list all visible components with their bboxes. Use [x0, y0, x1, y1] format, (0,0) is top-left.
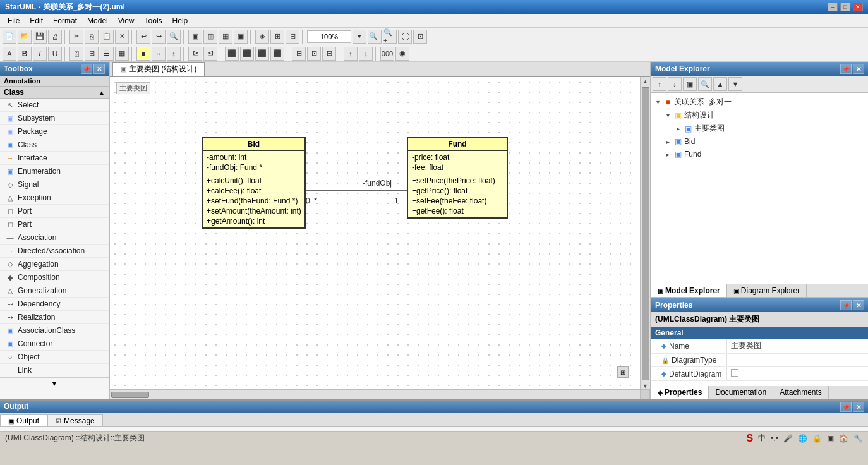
- tb-b4[interactable]: ▣: [234, 30, 248, 44]
- tb-b5[interactable]: ◈: [255, 30, 269, 44]
- root-expand[interactable]: ▾: [654, 99, 661, 106]
- structural-expand[interactable]: ▾: [664, 112, 672, 119]
- toolbox-close[interactable]: ✕: [93, 64, 105, 74]
- canvas-tab-main[interactable]: ▣ 主要类图 (结构设计): [112, 62, 205, 76]
- tree-maindiagram[interactable]: ▸ ▣ 主要类图: [654, 122, 865, 135]
- toolbox-item-composition[interactable]: ◆ Composition: [0, 271, 109, 284]
- bid-expand[interactable]: ▸: [664, 138, 672, 145]
- me-search[interactable]: 🔍: [698, 77, 712, 91]
- canvas-scrollbar-v[interactable]: ▲ ▼: [640, 77, 650, 389]
- tb2-b1[interactable]: A: [3, 47, 16, 61]
- props-row-diagramtype[interactable]: 🔒 DiagramType: [651, 354, 868, 367]
- toolbox-item-interface[interactable]: → Interface: [0, 152, 109, 165]
- me-close[interactable]: ✕: [853, 64, 864, 74]
- menu-help[interactable]: Help: [167, 15, 193, 27]
- fund-class[interactable]: Fund -price: float -fee: float +setPrice…: [407, 137, 508, 219]
- paste-button[interactable]: 📋: [100, 30, 114, 44]
- canvas-scrollbar-h[interactable]: [110, 389, 640, 399]
- me-up[interactable]: ▲: [713, 77, 727, 91]
- tb2-b19[interactable]: ⊟: [322, 47, 336, 61]
- copy-button[interactable]: ⎘: [85, 30, 99, 44]
- props-tab-properties[interactable]: ◈ Properties: [651, 386, 709, 399]
- tb2-b2[interactable]: B: [18, 47, 32, 61]
- props-row-name[interactable]: ◆ Name 主要类图: [651, 339, 868, 354]
- tb2-b6[interactable]: ⊞: [85, 47, 99, 61]
- tb-b3[interactable]: ▦: [219, 30, 232, 44]
- menu-format[interactable]: Format: [48, 15, 82, 27]
- props-tab-attachments[interactable]: Attachments: [773, 386, 829, 399]
- maximize-button[interactable]: □: [840, 3, 850, 11]
- tb-b1[interactable]: ▣: [188, 30, 202, 44]
- fit-button[interactable]: ⛶: [398, 30, 412, 44]
- tree-structural[interactable]: ▾ ▣ 结构设计: [654, 109, 865, 122]
- zoom-input[interactable]: 100%: [307, 30, 351, 43]
- scroll-up-arrow[interactable]: ▲: [642, 78, 648, 85]
- output-pin[interactable]: 📌: [840, 402, 852, 412]
- toolbox-item-association[interactable]: — Association: [0, 231, 109, 245]
- menu-model[interactable]: Model: [82, 15, 113, 27]
- toolbox-item-signal[interactable]: ◇ Signal: [0, 178, 109, 191]
- tb2-b12[interactable]: ⊴: [203, 47, 217, 61]
- output-tab-output[interactable]: ▣ Output: [0, 414, 47, 426]
- fund-expand[interactable]: ▸: [664, 151, 672, 158]
- canvas-content[interactable]: 主要类图 -fundObj 0..* 1 Bid -amount: int: [110, 77, 640, 389]
- open-button[interactable]: 📂: [18, 30, 32, 44]
- tree-root[interactable]: ▾ ■ 关联关系_多对一: [654, 95, 865, 109]
- toolbox-item-part[interactable]: ◻ Part: [0, 218, 109, 231]
- tb2-b7[interactable]: ☰: [100, 47, 114, 61]
- toolbox-item-subsystem[interactable]: ▣ Subsystem: [0, 112, 109, 125]
- tb2-b15[interactable]: ⬛: [255, 47, 269, 61]
- menu-file[interactable]: File: [3, 15, 25, 27]
- toolbox-item-connector[interactable]: ▣ Connector: [0, 337, 109, 351]
- tb-b7[interactable]: ⊟: [286, 30, 299, 44]
- toolbox-item-select[interactable]: ↖ Select: [0, 99, 109, 112]
- tab-diagram-explorer[interactable]: ▣ Diagram Explorer: [727, 284, 807, 297]
- tb2-b21[interactable]: ↓: [359, 47, 373, 61]
- toolbox-item-object[interactable]: ○ Object: [0, 351, 109, 364]
- zoom-dropdown[interactable]: ▾: [353, 30, 366, 44]
- tb2-b10[interactable]: ↕: [167, 47, 181, 61]
- tb-b6[interactable]: ⊞: [270, 30, 284, 44]
- tb2-b8[interactable]: ▦: [115, 47, 129, 61]
- toolbox-item-package[interactable]: ▣ Package: [0, 125, 109, 138]
- minimize-button[interactable]: –: [828, 3, 838, 11]
- me-filter[interactable]: ▣: [683, 77, 697, 91]
- me-pin[interactable]: 📌: [840, 64, 852, 74]
- print-button[interactable]: 🖨: [48, 30, 62, 44]
- toolbox-item-associationclass[interactable]: ▣ AssociationClass: [0, 324, 109, 337]
- props-row-defaultdiagram[interactable]: ◆ DefaultDiagram: [651, 367, 868, 381]
- tb2-b14[interactable]: ⬛: [240, 47, 254, 61]
- props-val-defaultdiagram[interactable]: [727, 367, 868, 380]
- scrollbar-thumb[interactable]: [642, 87, 649, 380]
- redo-button[interactable]: ↪: [152, 30, 166, 44]
- toolbox-item-link[interactable]: — Link: [0, 364, 109, 377]
- tb2-b23[interactable]: ◉: [395, 47, 409, 61]
- toolbox-item-dependency[interactable]: ⤍ Dependency: [0, 298, 109, 311]
- output-tab-message[interactable]: ☑ Message: [47, 414, 103, 426]
- toolbox-item-generalization[interactable]: △ Generalization: [0, 284, 109, 298]
- tb2-b18[interactable]: ⊡: [307, 47, 321, 61]
- tb2-b3[interactable]: I: [33, 47, 47, 61]
- tab-model-explorer[interactable]: ▣ Model Explorer: [651, 284, 727, 297]
- toolbox-item-realization[interactable]: ⇢ Realization: [0, 311, 109, 324]
- toolbox-item-class[interactable]: ▣ Class: [0, 138, 109, 152]
- tb2-b20[interactable]: ↑: [344, 47, 358, 61]
- maindiagram-expand[interactable]: ▸: [674, 125, 682, 132]
- delete-button[interactable]: ✕: [115, 30, 129, 44]
- menu-tools[interactable]: Tools: [140, 15, 167, 27]
- cut-button[interactable]: ✂: [69, 30, 83, 44]
- close-button[interactable]: ✕: [853, 3, 863, 11]
- save-button[interactable]: 💾: [33, 30, 47, 44]
- tree-fund[interactable]: ▸ ▣ Fund: [654, 148, 865, 160]
- toolbox-item-enumeration[interactable]: ▣ Enumeration: [0, 165, 109, 178]
- tb2-b22[interactable]: 000: [380, 47, 394, 61]
- toolbox-item-port[interactable]: ◻ Port: [0, 205, 109, 218]
- me-sort-asc[interactable]: ↑: [653, 77, 666, 91]
- toolbox-scroll-down[interactable]: ▼: [0, 377, 109, 389]
- props-tab-documentation[interactable]: Documentation: [709, 386, 773, 399]
- fit2-button[interactable]: ⊡: [413, 30, 427, 44]
- tb2-b5[interactable]: ⌹: [69, 47, 83, 61]
- canvas-nav-btn[interactable]: ⊞: [617, 366, 629, 378]
- me-sort-desc[interactable]: ↓: [668, 77, 682, 91]
- find-button[interactable]: 🔍: [167, 30, 181, 44]
